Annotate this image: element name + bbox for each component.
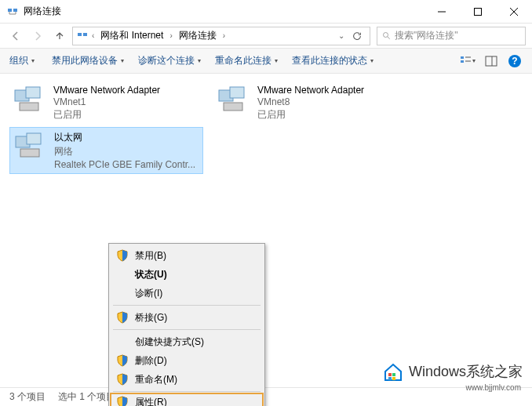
context-menu: 禁用(B) 状态(U) 诊断(I) 桥接(G) 创建快捷方式(S) 删除(D) … — [108, 243, 265, 406]
ctx-delete[interactable]: 删除(D) — [111, 351, 262, 370]
svg-text:?: ? — [512, 56, 517, 67]
menu-separator — [113, 305, 261, 306]
svg-rect-25 — [27, 133, 41, 144]
ctx-properties[interactable]: 属性(R) — [110, 393, 264, 406]
ctx-label: 重命名(M) — [135, 373, 177, 386]
svg-rect-20 — [20, 103, 38, 111]
svg-rect-30 — [392, 377, 395, 380]
svg-rect-11 — [461, 60, 464, 63]
svg-rect-1 — [13, 9, 17, 12]
app-icon — [6, 5, 19, 18]
ctx-label: 桥接(G) — [135, 311, 167, 324]
svg-rect-14 — [486, 56, 497, 66]
minimize-button[interactable] — [424, 0, 460, 23]
organize-menu[interactable]: 组织 — [9, 54, 35, 67]
svg-rect-29 — [388, 377, 392, 380]
close-button[interactable] — [496, 0, 532, 23]
connection-name: VMware Network Adapter — [53, 85, 160, 96]
view-status-button[interactable]: 查看此连接的状态 — [292, 54, 373, 67]
network-adapter-icon — [217, 85, 253, 116]
command-bar: 组织 禁用此网络设备 诊断这个连接 重命名此连接 查看此连接的状态 ▾ ? — [0, 49, 532, 74]
chevron-right-icon: ‹ — [92, 31, 94, 40]
connection-item[interactable]: VMware Network Adapter VMnet1 已启用 — [9, 82, 203, 125]
item-count: 3 个项目 — [9, 390, 46, 404]
breadcrumb-root[interactable]: 网络和 Internet — [97, 29, 166, 42]
ctx-status[interactable]: 状态(U) — [111, 265, 262, 284]
preview-pane-icon[interactable] — [483, 53, 499, 69]
svg-rect-3 — [475, 8, 482, 15]
ctx-bridge[interactable]: 桥接(G) — [111, 308, 262, 327]
ctx-label: 诊断(I) — [135, 287, 162, 300]
view-options-icon[interactable]: ▾ — [460, 53, 476, 69]
connection-item[interactable]: VMware Network Adapter VMnet8 已启用 — [213, 82, 407, 125]
svg-rect-26 — [20, 149, 39, 157]
menu-separator — [113, 391, 261, 392]
navigation-bar: ‹ 网络和 Internet › 网络连接 › ⌄ 搜索"网络连接" — [0, 24, 532, 49]
disable-device-button[interactable]: 禁用此网络设备 — [52, 54, 124, 67]
ctx-shortcut[interactable]: 创建快捷方式(S) — [111, 332, 262, 351]
ctx-label: 创建快捷方式(S) — [135, 335, 204, 349]
selected-count: 选中 1 个项目 — [58, 390, 115, 404]
chevron-right-icon: › — [169, 31, 172, 40]
maximize-button[interactable] — [460, 0, 496, 23]
ctx-diagnose[interactable]: 诊断(I) — [111, 284, 262, 303]
connection-name: VMware Network Adapter — [257, 85, 364, 96]
connection-details: VMware Network Adapter VMnet8 已启用 — [257, 85, 364, 121]
watermark-text: Windows系统之家 — [409, 362, 523, 381]
refresh-button[interactable] — [348, 31, 366, 42]
window-title: 网络连接 — [24, 5, 424, 18]
svg-rect-27 — [388, 373, 392, 376]
shield-icon — [116, 396, 129, 406]
connection-status: 已启用 — [257, 108, 364, 121]
rename-button[interactable]: 重命名此连接 — [215, 54, 278, 67]
svg-rect-10 — [461, 56, 464, 59]
svg-line-9 — [388, 36, 390, 38]
svg-rect-28 — [392, 373, 395, 376]
connections-list: VMware Network Adapter VMnet1 已启用 VMware… — [0, 74, 532, 379]
window-controls — [424, 0, 532, 23]
shield-icon — [116, 249, 129, 262]
network-adapter-icon — [13, 85, 49, 116]
connection-subname: 网络 — [54, 145, 195, 158]
forward-button[interactable] — [28, 27, 47, 45]
house-icon — [382, 361, 404, 382]
shield-icon — [116, 354, 129, 367]
connection-subname: VMnet1 — [53, 96, 160, 107]
svg-rect-19 — [26, 87, 40, 98]
shield-icon — [116, 311, 129, 324]
up-button[interactable] — [50, 27, 69, 45]
svg-point-8 — [384, 32, 388, 37]
svg-rect-7 — [83, 33, 87, 36]
connection-status: 已启用 — [53, 108, 160, 121]
ctx-label: 属性(R) — [135, 396, 167, 407]
ctx-label: 禁用(B) — [135, 249, 166, 263]
chevron-down-icon[interactable]: ⌄ — [338, 31, 344, 40]
back-button[interactable] — [6, 27, 25, 45]
breadcrumb[interactable]: ‹ 网络和 Internet › 网络连接 › ⌄ — [72, 27, 370, 45]
watermark-url: www.bjjmlv.com — [466, 383, 521, 392]
connection-details: VMware Network Adapter VMnet1 已启用 — [53, 85, 160, 121]
breadcrumb-current[interactable]: 网络连接 — [176, 29, 220, 42]
window-titlebar: 网络连接 — [0, 0, 532, 24]
help-icon[interactable]: ? — [507, 53, 523, 69]
connection-name: 以太网 — [54, 131, 195, 144]
diagnose-button[interactable]: 诊断这个连接 — [138, 54, 201, 67]
search-input[interactable]: 搜索"网络连接" — [377, 27, 526, 45]
ctx-disable[interactable]: 禁用(B) — [111, 246, 262, 265]
location-icon — [76, 30, 89, 42]
ctx-label: 删除(D) — [135, 354, 167, 368]
status-bar: 3 个项目 选中 1 个项目 — [0, 387, 532, 406]
svg-rect-22 — [230, 87, 244, 98]
svg-rect-23 — [224, 103, 242, 111]
search-icon — [382, 31, 392, 41]
svg-rect-0 — [8, 9, 12, 12]
connection-item-selected[interactable]: 以太网 网络 Realtek PCIe GBE Family Contr... — [9, 127, 203, 174]
toolbar-right: ▾ ? — [460, 53, 523, 69]
menu-separator — [113, 329, 261, 330]
connection-subname: VMnet8 — [257, 96, 364, 107]
network-adapter-icon — [13, 131, 49, 162]
svg-rect-6 — [78, 33, 82, 36]
ctx-label: 状态(U) — [135, 268, 167, 281]
ctx-rename[interactable]: 重命名(M) — [111, 370, 262, 389]
chevron-right-icon: › — [223, 31, 225, 40]
